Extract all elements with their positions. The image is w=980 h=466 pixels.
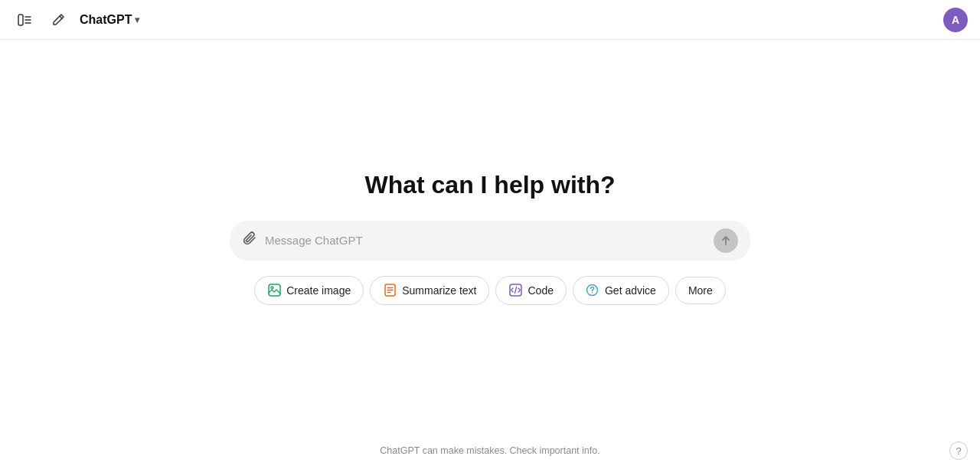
code-button[interactable]: Code [495,276,566,305]
svg-rect-4 [269,284,280,296]
main-content: What can I help with? [0,40,980,435]
edit-icon [51,13,65,27]
more-label: More [688,284,713,297]
input-container [230,221,750,261]
avatar[interactable]: A [943,8,968,32]
header-left: ChatGPT ▾ [12,8,139,32]
sidebar-icon [18,13,31,27]
footer: ChatGPT can make mistakes. Check importa… [0,435,980,466]
code-icon [508,284,522,297]
main-title: What can I help with? [364,171,615,199]
svg-point-5 [271,287,273,289]
footer-disclaimer: ChatGPT can make mistakes. Check importa… [380,445,599,456]
svg-point-13 [592,292,593,293]
header: ChatGPT ▾ A [0,0,980,40]
create-image-label: Create image [286,284,351,297]
attach-icon[interactable] [242,231,257,250]
sidebar-toggle-button[interactable] [12,8,37,32]
svg-rect-0 [18,15,23,25]
app-title-text: ChatGPT [80,13,132,27]
get-advice-button[interactable]: Get advice [573,276,669,305]
new-chat-button[interactable] [46,8,70,32]
summarize-icon [383,284,397,297]
summarize-text-label: Summarize text [402,284,476,297]
more-button[interactable]: More [675,277,726,304]
get-advice-label: Get advice [605,284,656,297]
chevron-down-icon: ▾ [135,15,139,25]
help-button[interactable]: ? [949,441,968,460]
app-title[interactable]: ChatGPT ▾ [80,13,139,27]
create-image-button[interactable]: Create image [254,276,364,305]
send-icon [720,235,732,247]
create-image-icon [267,284,281,297]
advice-icon [586,284,599,297]
message-input[interactable] [265,234,706,247]
action-buttons: Create image Summarize text [254,276,726,305]
code-label: Code [528,284,553,297]
send-button[interactable] [714,228,738,253]
summarize-text-button[interactable]: Summarize text [370,276,489,305]
svg-line-11 [514,287,516,294]
message-input-wrapper [230,221,750,261]
